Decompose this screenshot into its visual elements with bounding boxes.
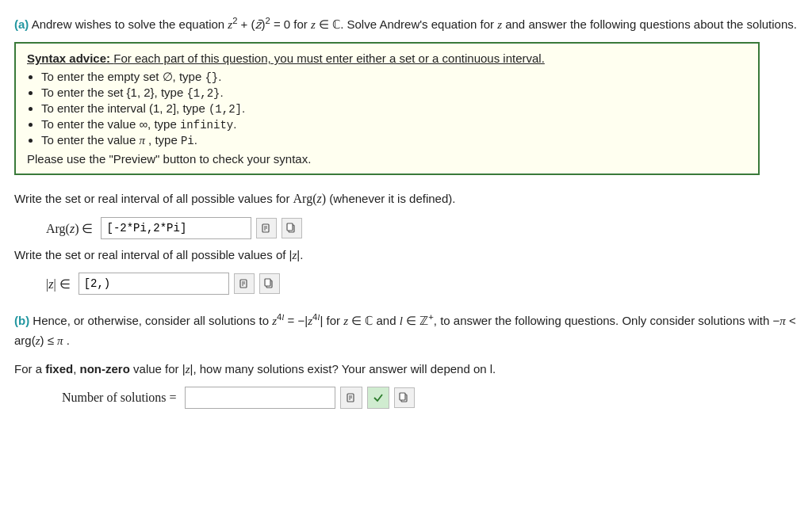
num-solutions-copy-btn[interactable]	[394, 387, 415, 408]
syntax-intro: For each part of this question, you must…	[113, 51, 545, 65]
svg-rect-11	[265, 279, 270, 286]
check-icon	[373, 392, 384, 403]
modz-question: Write the set or real interval of all po…	[14, 246, 798, 265]
syntax-bullet-1: To enter the empty set ∅, type {}.	[41, 70, 747, 84]
arg-preview-btn[interactable]	[256, 218, 277, 238]
arg-question: Write the set or real interval of all po…	[14, 189, 798, 209]
syntax-footer: Please use the "Preview" button to check…	[27, 152, 747, 166]
copy-icon-2	[264, 278, 275, 289]
syntax-bullet-4: To enter the value ∞, type infinity.	[41, 117, 747, 132]
part-a-section: (a) Andrew wishes to solve the equation …	[14, 14, 798, 295]
preview-icon-2	[239, 278, 250, 289]
part-b-question: (b) Hence, or otherwise, consider all so…	[14, 311, 798, 350]
arg-copy-btn[interactable]	[282, 218, 302, 238]
part-b-label: (b)	[14, 314, 29, 327]
modz-input-row: |z| ∈	[46, 273, 798, 295]
num-solutions-input[interactable]	[185, 387, 335, 409]
copy-icon-3	[399, 392, 410, 403]
num-solutions-label: Number of solutions =	[62, 391, 177, 405]
syntax-bullet-2: To enter the set {1, 2}, type {1,2}.	[41, 86, 747, 100]
copy-icon	[286, 223, 297, 234]
arg-label: Arg(z) ∈	[46, 221, 93, 236]
num-solutions-check-btn[interactable]	[367, 387, 389, 409]
num-solutions-preview-btn[interactable]	[340, 387, 362, 409]
svg-rect-17	[400, 393, 405, 400]
svg-rect-5	[287, 223, 293, 231]
syntax-title: Syntax advice: For each part of this que…	[27, 51, 747, 65]
part-a-question: (a) Andrew wishes to solve the equation …	[14, 14, 798, 34]
syntax-bullet-5: To enter the value π , type Pi.	[41, 133, 747, 147]
arg-input-row: Arg(z) ∈	[46, 217, 798, 239]
syntax-bullets: To enter the empty set ∅, type {}. To en…	[41, 70, 747, 147]
part-b-section: (b) Hence, or otherwise, consider all so…	[14, 311, 798, 409]
modz-copy-btn[interactable]	[259, 273, 280, 294]
syntax-advice-box: Syntax advice: For each part of this que…	[14, 42, 760, 175]
syntax-bullet-3: To enter the interval (1, 2], type (1,2]…	[41, 101, 747, 116]
fixed-question: For a fixed, non-zero value for |z|, how…	[14, 360, 798, 379]
num-solutions-row: Number of solutions =	[62, 387, 798, 409]
modz-preview-btn[interactable]	[234, 273, 255, 294]
preview-icon	[261, 223, 272, 234]
arg-input[interactable]	[101, 217, 251, 239]
modz-label: |z| ∈	[46, 276, 71, 292]
preview-icon-3	[346, 392, 357, 403]
modz-input[interactable]	[79, 273, 229, 295]
part-a-label: (a)	[14, 17, 29, 31]
